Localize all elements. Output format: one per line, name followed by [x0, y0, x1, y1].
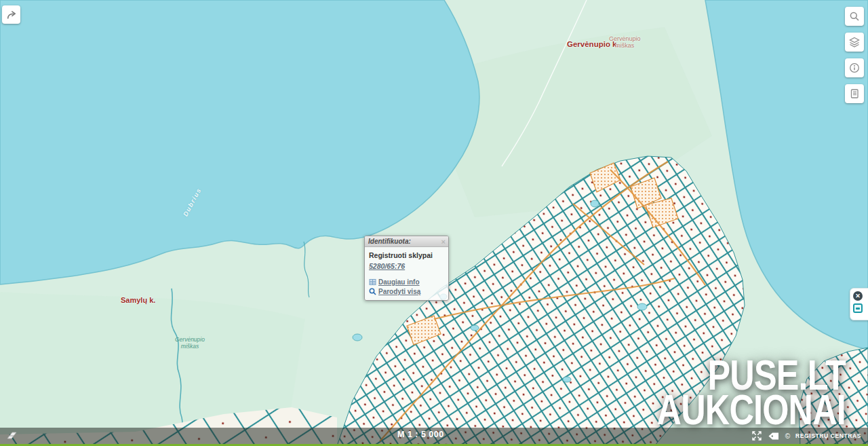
copyright-symbol: © — [785, 432, 790, 440]
parcel-code-link[interactable]: 5280/65:76 — [369, 262, 405, 270]
info-icon — [849, 62, 860, 73]
search-button[interactable] — [845, 7, 864, 26]
map-label-forest: Gervėnupio miškas — [175, 337, 205, 350]
magnifier-icon — [369, 288, 376, 295]
attribution-text: REGISTRŲ CENTRAS — [795, 432, 861, 439]
watermark: PUSE.LT AUKCIONAI — [610, 358, 846, 427]
legend-button[interactable] — [845, 84, 864, 103]
bottom-bar-right: © REGISTRŲ CENTRAS — [751, 428, 861, 444]
eraser-tool-button[interactable] — [5, 430, 18, 443]
edge-mini-panel: ✕ — [850, 288, 868, 320]
more-info-link[interactable]: Daugiau info — [369, 278, 444, 286]
close-circle-icon[interactable]: ✕ — [853, 291, 863, 301]
bottom-status-bar: M 1 : 5 000 © REGISTRŲ CENTRAS — [0, 428, 868, 444]
info-button[interactable] — [845, 58, 864, 77]
map-scale-label: M 1 : 5 000 — [397, 430, 444, 439]
identify-popup-title: Identifikuota: — [368, 238, 411, 245]
eraser-icon — [5, 430, 18, 441]
identify-popup-header[interactable]: Identifikuota: × — [365, 236, 448, 247]
layers-icon — [849, 37, 860, 48]
table-icon — [369, 278, 376, 286]
identify-popup: Identifikuota: × Registruoti sklypai 528… — [364, 236, 449, 301]
open-sidebar-button[interactable] — [2, 5, 20, 24]
watermark-line2: AUKCIONAI — [657, 392, 846, 427]
layers-toggle-icon[interactable] — [853, 303, 863, 313]
legend-icon — [849, 88, 860, 99]
expand-icon[interactable] — [751, 430, 762, 441]
map-label-forest: Gervėnupio miškas — [609, 35, 641, 49]
right-toolbar — [845, 7, 864, 103]
forward-arrow-icon — [5, 9, 18, 21]
map-label-settlement: Samylų k. — [121, 296, 155, 304]
show-all-link[interactable]: Parodyti visą — [369, 288, 444, 295]
close-icon[interactable]: × — [441, 238, 446, 245]
search-icon — [849, 11, 860, 22]
layers-button[interactable] — [845, 33, 864, 52]
feature-layer-name: Registruoti sklypai — [369, 251, 444, 259]
tag-icon[interactable] — [768, 431, 780, 441]
map-application: Gervėnupio k. Gervėnupio miškas Samylų k… — [0, 0, 868, 446]
